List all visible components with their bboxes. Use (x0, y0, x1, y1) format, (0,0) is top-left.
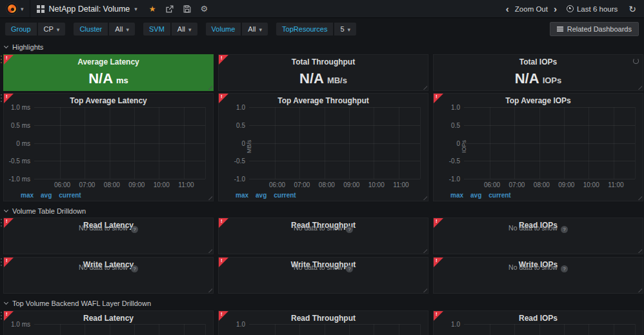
filter-volume: Volume All▾ (206, 23, 268, 36)
panel-title[interactable]: Total IOPs (434, 57, 643, 66)
panel-resize-handle[interactable] (207, 248, 212, 253)
legend-item-max[interactable]: max (21, 192, 34, 199)
panel-title[interactable]: Read Latency (4, 314, 213, 323)
panel-title[interactable]: Top Average Throughput (219, 96, 428, 105)
chevron-down-icon: ▾ (126, 26, 129, 33)
chevron-down-icon: ▾ (57, 26, 60, 33)
panel-resize-handle[interactable] (422, 85, 427, 90)
graph-plot-area[interactable]: 1.0 ms 0.5 ms 0 ms -0.5 ms -1.0 ms 06:00… (34, 107, 205, 179)
section-highlights[interactable]: Highlights (5, 43, 43, 51)
panel-resize-handle[interactable] (422, 248, 427, 253)
row-drag-handle[interactable] (1, 219, 3, 228)
related-dashboards-button[interactable]: Related Dashboards (550, 22, 639, 36)
gear-icon[interactable]: ⚙ (201, 5, 208, 13)
y-axis-tick: 0 (456, 139, 460, 147)
panel-resize-handle[interactable] (422, 287, 427, 292)
panel-top-average-latency[interactable]: ! Top Average Latency 1.0 ms 0.5 ms 0 ms… (3, 93, 214, 201)
time-shift-right-icon[interactable]: › (554, 4, 557, 14)
filter-volume-value[interactable]: All▾ (242, 23, 268, 36)
help-circle-icon[interactable]: ? (131, 265, 138, 272)
panel-resize-handle[interactable] (637, 287, 642, 292)
dashboard-list-icon (557, 26, 563, 32)
graph-plot-area[interactable]: IOPs 1.0 0.5 0 -0.5 -1.0 06:00 07:00 08:… (464, 107, 635, 179)
favorite-star-icon[interactable]: ★ (149, 5, 156, 13)
panel-read-throughput-table[interactable]: ! Read Throughput No data to show? (218, 218, 428, 254)
y-axis-tick: 1.0 (236, 321, 245, 328)
panel-title[interactable]: Read Throughput (219, 314, 428, 323)
panel-write-latency-table[interactable]: ! Write Latency No data to show? (3, 257, 214, 294)
panel-resize-handle[interactable] (207, 85, 212, 90)
filter-svm-value[interactable]: All▾ (172, 23, 197, 36)
dashboard-title-wrap[interactable]: NetApp Detail: Volume ▾ (30, 5, 144, 14)
x-axis-tick: 11:00 (608, 181, 623, 188)
legend-item-current[interactable]: current (274, 192, 296, 199)
panel-title[interactable]: Top Average IOPs (434, 96, 643, 105)
panel-top-average-throughput[interactable]: ! Top Average Throughput MB/s 1.0 0.5 0 … (218, 93, 428, 201)
panel-wafl-read-iops[interactable]: ! Read IOPs 1.0 (433, 310, 643, 335)
help-circle-icon[interactable]: ? (346, 265, 353, 272)
panel-title[interactable]: Total Throughput (219, 57, 428, 66)
panel-read-iops-table[interactable]: ! Read IOPs No data to show? (433, 218, 643, 254)
legend-item-max[interactable]: max (450, 192, 463, 199)
filter-cluster-value[interactable]: All▾ (109, 23, 135, 36)
stat-value: N/AMB/s (219, 70, 428, 87)
y-axis-label: IOPs (461, 119, 467, 174)
panel-resize-handle[interactable] (637, 248, 642, 253)
panel-total-throughput[interactable]: ! Total Throughput N/AMB/s (218, 54, 428, 91)
panel-title[interactable]: Top Average Latency (4, 96, 213, 105)
save-icon[interactable] (183, 5, 191, 13)
panel-title[interactable]: Average Latency (4, 57, 213, 66)
panel-resize-handle[interactable] (207, 195, 212, 200)
panel-title[interactable]: Read IOPs (434, 314, 643, 323)
chevron-down-icon: ▾ (21, 6, 24, 12)
help-circle-icon[interactable]: ? (131, 226, 138, 233)
legend-item-current[interactable]: current (59, 192, 81, 199)
legend-item-max[interactable]: max (236, 192, 248, 199)
row-drag-handle[interactable] (1, 258, 3, 268)
panel-wafl-read-latency[interactable]: ! Read Latency 1.0 ms (3, 310, 214, 335)
time-range-picker[interactable]: Last 6 hours (567, 5, 618, 13)
legend-item-avg[interactable]: avg (41, 192, 52, 199)
chevron-down-icon (4, 208, 8, 212)
zoom-out-button[interactable]: Zoom Out (515, 5, 548, 13)
panel-write-iops-table[interactable]: ! Write IOPs No data to show? (433, 257, 643, 294)
y-axis-tick: 0 ms (16, 139, 30, 147)
help-circle-icon[interactable]: ? (561, 265, 568, 272)
row-drag-handle[interactable] (1, 312, 3, 321)
graph-plot-area[interactable]: 1.0 ms (34, 324, 205, 335)
graph-plot-area[interactable]: MB/s 1.0 0.5 0 -0.5 -1.0 06:00 07:00 08:… (249, 107, 420, 179)
no-data-message: No data to show? (219, 224, 428, 233)
graph-plot-area[interactable]: 1.0 (249, 324, 420, 335)
panel-top-average-iops[interactable]: ! Top Average IOPs IOPs 1.0 0.5 0 -0.5 -… (433, 93, 643, 201)
y-axis-label: MB/s (246, 119, 252, 174)
chevron-down-icon (4, 300, 8, 305)
filter-topresources-value[interactable]: 5▾ (334, 23, 356, 36)
legend-item-avg[interactable]: avg (470, 192, 481, 199)
y-axis-tick: -0.5 ms (9, 157, 30, 165)
section-wafl-drilldown[interactable]: Top Volume Backend WAFL Layer Drilldown (5, 299, 151, 307)
legend-item-avg[interactable]: avg (256, 192, 267, 199)
filter-group-value[interactable]: CP▾ (38, 23, 66, 36)
panel-wafl-read-throughput[interactable]: ! Read Throughput 1.0 (218, 310, 428, 335)
help-circle-icon[interactable]: ? (346, 226, 353, 233)
grafana-menu[interactable]: ▾ (0, 0, 30, 17)
time-shift-left-icon[interactable]: ‹ (506, 4, 509, 14)
help-circle-icon[interactable]: ? (561, 226, 568, 233)
section-volume-table-drilldown[interactable]: Volume Table Drilldown (5, 207, 86, 215)
panel-resize-handle[interactable] (637, 195, 642, 200)
refresh-icon[interactable]: ↻ (629, 4, 636, 14)
panel-resize-handle[interactable] (422, 195, 427, 200)
dashboard-title[interactable]: NetApp Detail: Volume (49, 5, 130, 14)
graph-plot-area[interactable]: 1.0 (464, 324, 635, 335)
panel-read-latency-table[interactable]: ! Read Latency No data to show? (3, 218, 214, 254)
panel-resize-handle[interactable] (637, 85, 642, 90)
share-icon[interactable] (166, 5, 174, 13)
row-drag-handle[interactable] (1, 56, 3, 65)
panel-total-iops[interactable]: Total IOPs N/AIOPs (433, 54, 643, 91)
y-axis-tick: 0.5 (451, 121, 460, 128)
row-drag-handle[interactable] (1, 94, 3, 104)
panel-write-throughput-table[interactable]: ! Write Throughput No data to show? (218, 257, 428, 294)
legend-item-current[interactable]: current (488, 192, 510, 199)
panel-average-latency[interactable]: ! Average Latency N/Ams (3, 54, 214, 91)
panel-resize-handle[interactable] (207, 287, 212, 292)
